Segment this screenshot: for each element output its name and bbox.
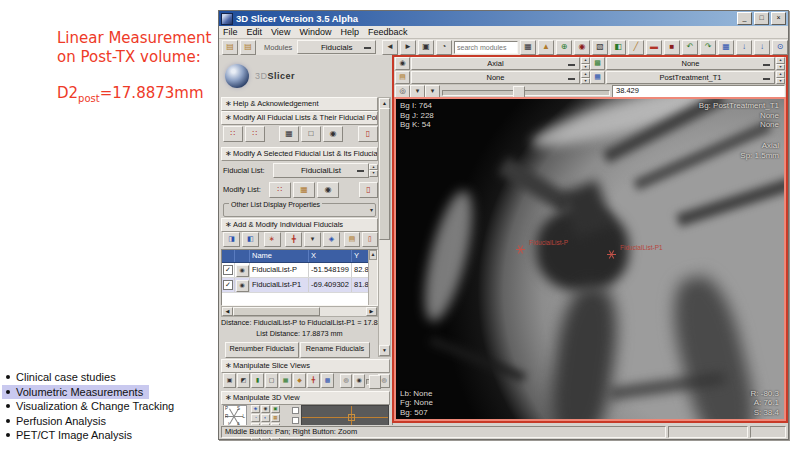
background-icon[interactable]: ▦ (590, 71, 605, 84)
background-dropdown[interactable]: PostTreatment_T1 (606, 71, 775, 84)
module-forward-icon[interactable]: ► (400, 40, 416, 55)
foreground-icon[interactable]: ▩ (590, 57, 605, 70)
load-scene-icon[interactable]: ▤ (222, 40, 238, 55)
rename-fiducials-button[interactable]: Rename Fiducials (300, 342, 370, 358)
spin-down-icon[interactable] (776, 64, 785, 71)
opacity-slider[interactable] (366, 375, 377, 387)
scrollbar-thumb[interactable] (233, 307, 320, 316)
fiducial-eye-icon[interactable]: ◉ (323, 126, 343, 142)
slice-view-icon[interactable]: ▩ (321, 373, 334, 388)
view3d-icon[interactable]: ◔ (251, 414, 260, 422)
view3d-icon[interactable]: ▦ (271, 414, 280, 422)
table-row[interactable]: ◉ FiducialList-P -51.548199 82.831396 (222, 263, 377, 278)
list-fiducial-icon[interactable]: ∷ (269, 182, 291, 198)
fiducial-select-icon[interactable]: ∷ (245, 126, 265, 142)
table-horizontal-scrollbar[interactable]: ◀ ▶ (221, 306, 378, 317)
delete-all-icon[interactable]: ▯ (362, 232, 378, 247)
table-scrollbar[interactable] (368, 250, 377, 305)
deselect-all-icon[interactable]: ◧ (242, 232, 259, 247)
scroll-down-icon[interactable]: ▼ (379, 345, 390, 356)
scroll-right-icon[interactable]: ▶ (366, 307, 377, 316)
eye-icon[interactable]: ◉ (236, 280, 249, 292)
view3d-icon[interactable]: ◉ (261, 405, 270, 413)
fiducial-add-icon[interactable]: ∷ (223, 126, 243, 142)
spin-down-icon[interactable] (369, 170, 378, 177)
menu-view[interactable]: View (271, 27, 290, 37)
view3d-icon[interactable]: ◐ (261, 414, 270, 422)
spin-down-icon[interactable] (581, 78, 590, 85)
toolbar-icon[interactable]: ■ (664, 40, 680, 55)
add-fiducial-icon[interactable]: ∗ (264, 232, 281, 247)
update-icon[interactable]: ⊙ (772, 40, 788, 55)
slice-view-icon[interactable]: ◩ (237, 373, 250, 388)
fiducial-delete-icon[interactable]: ▯ (358, 126, 378, 142)
view3d-checkbox[interactable] (292, 417, 299, 424)
slice-view-icon[interactable]: ▮ (251, 373, 264, 388)
slice-view-icon[interactable]: ▣ (223, 373, 236, 388)
menu-edit[interactable]: Edit (247, 27, 263, 37)
slice-view-icon[interactable]: ◆ (293, 373, 306, 388)
list-lock-icon[interactable]: ▦ (293, 182, 315, 198)
renumber-fiducials-button[interactable]: Renumber Fiducials (225, 342, 299, 358)
download-icon[interactable]: ↓ (736, 40, 752, 55)
list-visibility-icon[interactable]: ◉ (317, 182, 339, 198)
section-add-modify-fiducials[interactable]: Add & Modify Individual Fiducials (221, 218, 378, 232)
fade-icon[interactable]: ◎ (340, 374, 352, 388)
toolbar-icon[interactable]: ◉ (574, 40, 590, 55)
toolbar-icon[interactable]: ╱ (628, 40, 644, 55)
slice-offset-slider[interactable] (442, 86, 610, 98)
chevron-down-icon[interactable]: ▾ (370, 206, 373, 213)
window-titlebar[interactable]: 3D Slicer Version 3.5 Alpha _ □ × (219, 11, 788, 26)
spin-down-icon[interactable] (776, 78, 785, 85)
extensions-icon[interactable]: ▦ (718, 40, 734, 55)
minimize-button[interactable]: _ (737, 12, 752, 25)
undo-icon[interactable]: ↶ (682, 40, 698, 55)
toolbar-icon[interactable]: ▲ (538, 40, 554, 55)
section-manipulate-slice-views[interactable]: Manipulate Slice Views (221, 359, 390, 373)
background-spinner[interactable] (776, 71, 785, 84)
labelmap-icon[interactable]: ▤ (395, 71, 410, 84)
slider-track[interactable] (442, 90, 610, 96)
list-delete-icon[interactable]: ▯ (359, 182, 378, 198)
fiducial-visibility-icon[interactable]: ▦ (279, 126, 299, 142)
close-button[interactable]: × (771, 12, 786, 25)
menu-feedback[interactable]: Feedback (368, 27, 408, 37)
menu-window[interactable]: Window (299, 27, 331, 37)
other-list-display-properties-group[interactable]: Other List Display Properties ▾ (223, 203, 376, 217)
header-name[interactable]: Name (250, 250, 309, 262)
header-x[interactable]: X (309, 250, 352, 262)
fiducial-list-spinner[interactable] (369, 164, 378, 177)
toolbar-icon[interactable]: ⊕ (556, 40, 572, 55)
slice-view-icon[interactable]: ▢ (265, 373, 278, 388)
save-scene-icon[interactable]: ▤ (240, 40, 256, 55)
move-up-icon[interactable]: ╋ (285, 232, 302, 247)
table-row[interactable]: ◉ FiducialList-P1 -69.409302 81.862900 (222, 278, 377, 293)
scroll-left-icon[interactable]: ◀ (222, 307, 233, 316)
toolbar-icon[interactable]: ▬ (646, 40, 662, 55)
fiducial-marker-icon[interactable] (607, 250, 616, 259)
foreground-spinner[interactable] (776, 57, 785, 70)
scrollbar-thumb[interactable] (379, 108, 390, 240)
opacity-icon[interactable]: ◉ (353, 374, 365, 388)
screenshot-icon[interactable]: ◔ (436, 40, 452, 55)
redo-icon[interactable]: ↷ (700, 40, 716, 55)
crosshair-icon[interactable]: ╋ (307, 373, 320, 388)
move-down-icon[interactable]: ▾ (304, 232, 321, 247)
download-icon[interactable]: ↓ (754, 40, 770, 55)
section-modify-selected-list[interactable]: Modify A Selected Fiducial List & Its Fi… (221, 147, 378, 161)
slice-view-icon[interactable]: ▦ (279, 373, 292, 388)
section-help-acknowledgement[interactable]: Help & Acknowledgement (221, 97, 378, 111)
view3d-checkbox[interactable] (292, 407, 299, 414)
fiducial-lock-icon[interactable]: □ (301, 126, 321, 142)
panel-scrollbar[interactable]: ▲ ▼ (378, 97, 391, 357)
fiducial-marker-icon[interactable] (516, 245, 525, 254)
view3d-icon[interactable]: ▣ (271, 405, 280, 413)
module-back-icon[interactable]: ◄ (382, 40, 398, 55)
orientation-spinner[interactable] (581, 57, 590, 70)
menu-help[interactable]: Help (340, 27, 359, 37)
eye-icon[interactable]: ◉ (236, 265, 249, 277)
mri-slice-image[interactable]: Bg I: 764 Bg J: 228 Bg K: 54 Bg: PostTre… (394, 97, 786, 421)
layout-icon[interactable]: ▣ (418, 40, 434, 55)
spin-down-icon[interactable] (581, 64, 590, 71)
slice-menu-icon[interactable]: ◉ (395, 57, 410, 70)
